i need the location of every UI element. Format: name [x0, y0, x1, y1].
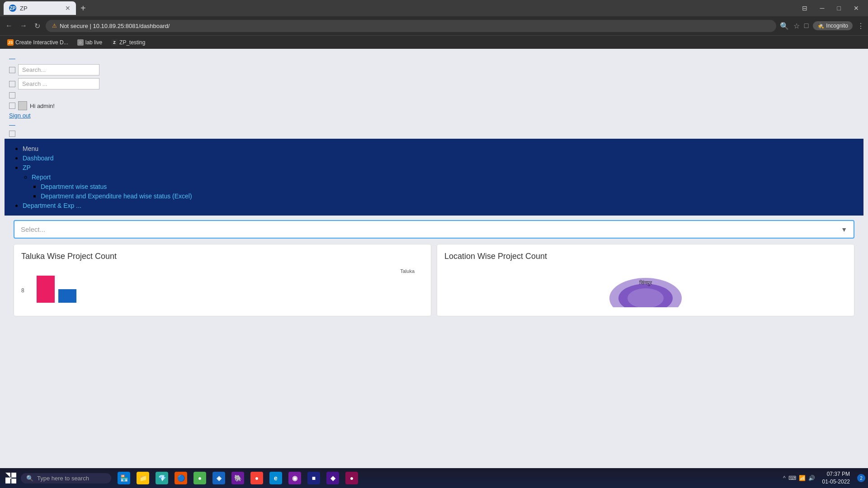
taskbar-app-3[interactable]: 💎 [153, 469, 171, 487]
top-dash-line: — [9, 55, 859, 61]
taskbar-search-text: Type here to search [37, 475, 89, 482]
chart-taluka-title: Taluka Wise Project Count [21, 252, 424, 261]
taskbar-right: ^ ⌨ 📶 🔊 07:37 PM 01-05-2022 2 [783, 470, 865, 486]
bookmark-label-2: lab live [85, 39, 102, 46]
close-button[interactable]: ✕ [848, 3, 864, 14]
nav-item-zp[interactable]: ZP Report Department wise status Departm… [23, 164, 854, 200]
bookmark-favicon-1: JS [7, 39, 14, 46]
bookmark-create-interactive[interactable]: JS Create Interactive D... [4, 38, 72, 47]
nav-item-dept-wise[interactable]: Department wise status [41, 183, 854, 191]
pie-chart-svg: सिंगपुर [605, 262, 686, 307]
bookmark-lab-live[interactable]: ○ lab live [74, 38, 106, 47]
nav-menu-list: Menu Dashboard ZP Report Department wise… [14, 145, 854, 210]
bookmark-icon[interactable]: ☆ [793, 22, 800, 30]
menu-icon[interactable]: ⋮ [857, 22, 864, 30]
nav-report-sub-list: Department wise status Department and Ex… [32, 183, 854, 200]
tab-close-button[interactable]: ✕ [65, 5, 71, 12]
tray-expand-icon[interactable]: ^ [783, 475, 786, 481]
nav-item-report[interactable]: Report Department wise status Department… [32, 173, 854, 200]
nav-link-zp[interactable]: ZP [23, 164, 31, 171]
bar-y-label: 8 [21, 287, 24, 294]
minimize-button[interactable]: ─ [815, 3, 830, 14]
checkbox-1[interactable] [9, 67, 15, 73]
window-controls: ⊟ ─ □ ✕ [797, 3, 864, 14]
nav-link-dept-footer[interactable]: Department & Exp ... [23, 202, 81, 209]
user-greeting: Hi admin! [9, 101, 859, 110]
nav-link-report[interactable]: Report [32, 174, 51, 181]
window-list-button[interactable]: ⊟ [797, 3, 813, 14]
taskbar-app-8[interactable]: ● [248, 469, 266, 487]
checkbox-4[interactable] [9, 103, 15, 109]
search-input-2[interactable] [18, 78, 99, 89]
nav-item-dept-exp[interactable]: Department and Expenditure head wise sta… [41, 192, 854, 200]
back-button[interactable]: ← [4, 20, 14, 32]
search-icon[interactable]: 🔍 [780, 22, 789, 30]
bookmark-zp-testing[interactable]: Z ZP_testing [108, 38, 149, 47]
search-row-1 [9, 64, 859, 75]
taskbar-app-10[interactable]: ◉ [286, 469, 304, 487]
notification-count: 2 [860, 476, 863, 481]
notification-badge[interactable]: 2 [857, 474, 865, 482]
taskbar-app-4[interactable]: 🔵 [172, 469, 190, 487]
postgres-icon: 🐘 [231, 472, 244, 484]
taskbar-app-postgres[interactable]: 🐘 [229, 469, 247, 487]
toolbar-icons: 🔍 ☆ □ 🕵 Incognito ⋮ [780, 21, 864, 30]
clock-time: 07:37 PM [822, 470, 850, 478]
checkbox-3[interactable] [9, 92, 15, 99]
bar-x-label: Taluka [400, 268, 415, 274]
new-tab-button[interactable]: + [77, 3, 90, 14]
bookmark-favicon-3: Z [111, 39, 118, 46]
nav-item-dept-footer[interactable]: Department & Exp ... [23, 202, 854, 210]
incognito-icon: 🕵 [817, 23, 824, 29]
checkbox-2[interactable] [9, 81, 15, 87]
chart-location-title: Location Wise Project Count [444, 252, 847, 261]
reload-button[interactable]: ↻ [33, 20, 42, 32]
taskbar-app-11[interactable]: ■ [305, 469, 323, 487]
search-row-2 [9, 78, 859, 89]
active-tab[interactable]: ZP ZP ✕ [4, 1, 76, 15]
app11-icon: ■ [307, 472, 320, 484]
incognito-badge: 🕵 Incognito [813, 21, 853, 30]
checkbox-5[interactable] [9, 131, 15, 137]
nav-menu-bar: Menu Dashboard ZP Report Department wise… [5, 139, 863, 216]
tab-bar: ZP ZP ✕ + ⊟ ─ □ ✕ [0, 0, 868, 16]
nav-menu-plain: Menu [23, 145, 38, 152]
system-tray: ^ ⌨ 📶 🔊 [783, 475, 815, 481]
select-placeholder: Select... [21, 225, 45, 233]
search-input-1[interactable] [18, 64, 99, 75]
extension-icon[interactable]: □ [804, 22, 809, 30]
nav-item-dashboard[interactable]: Dashboard [23, 154, 854, 162]
bar-rect-2 [58, 289, 76, 303]
maximize-button[interactable]: □ [832, 3, 846, 14]
app4-icon: 🔵 [175, 472, 187, 484]
taskbar-search[interactable]: 🔍 Type here to search [21, 473, 111, 483]
nav-link-dashboard[interactable]: Dashboard [23, 155, 54, 162]
taskbar-app-12[interactable]: ◆ [324, 469, 342, 487]
sign-out-link[interactable]: Sign out [9, 112, 859, 119]
taskbar-app-13[interactable]: ● [343, 469, 361, 487]
nav-link-dept-wise[interactable]: Department wise status [41, 183, 107, 190]
clock[interactable]: 07:37 PM 01-05-2022 [819, 470, 854, 486]
nav-link-dept-exp[interactable]: Department and Expenditure head wise sta… [41, 192, 192, 200]
taskbar-app-edge[interactable]: e [267, 469, 285, 487]
taskbar-app-store[interactable]: 🏪 [115, 469, 133, 487]
bar-chart-area: 8 Taluka [21, 267, 424, 303]
page-content: — Hi admin! Sign out — [0, 49, 868, 325]
bar-rect-1 [37, 276, 55, 303]
header-nav-area: — Hi admin! Sign out — [5, 53, 863, 139]
tray-network-icon[interactable]: 📶 [799, 475, 806, 481]
incognito-label: Incognito [826, 23, 848, 29]
address-bar: ← → ↻ ⚠ Not secure | 10.10.89.25:8081/da… [0, 16, 868, 35]
select-dropdown[interactable]: Select... ▼ [14, 220, 854, 239]
browser-chrome: ZP ZP ✕ + ⊟ ─ □ ✕ ← → ↻ ⚠ Not secure | 1… [0, 0, 868, 49]
explorer-icon: 📁 [137, 472, 149, 484]
tray-volume-icon[interactable]: 🔊 [808, 475, 815, 481]
edge-icon: e [269, 472, 282, 484]
taskbar-app-vscode[interactable]: ◈ [210, 469, 228, 487]
taskbar-app-explorer[interactable]: 📁 [134, 469, 152, 487]
bookmarks-bar: JS Create Interactive D... ○ lab live Z … [0, 35, 868, 49]
address-field[interactable]: ⚠ Not secure | 10.10.89.25:8081/dashboar… [46, 20, 776, 32]
taskbar-app-chrome[interactable]: ● [191, 469, 209, 487]
start-button[interactable] [3, 470, 19, 486]
forward-button[interactable]: → [18, 20, 29, 32]
